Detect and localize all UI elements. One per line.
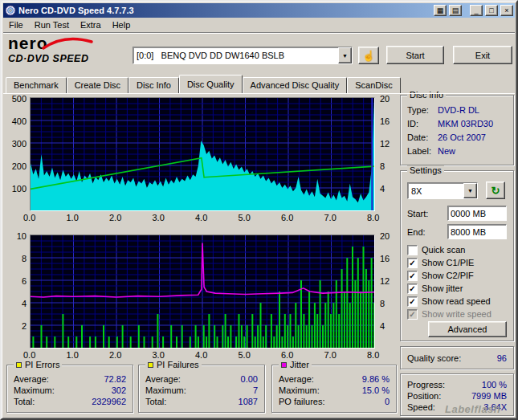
labelflash-watermark: Labelflash <box>445 403 500 415</box>
axis-label: 100 <box>12 184 27 194</box>
axis-label: 1.0 <box>67 213 79 222</box>
pie-plot-area <box>30 97 375 211</box>
disc-info-group: Disc info Type:DVD-R DL ID:MKM 03RD30 Da… <box>400 95 514 165</box>
checkbox-label: Show jitter <box>422 283 463 293</box>
titlebar-extra-button-2[interactable]: ▤ <box>449 5 462 16</box>
quality-score-value: 96 <box>497 353 507 363</box>
titlebar-extra-button-1[interactable]: ▦ <box>434 5 447 16</box>
scan-speed-value: 8X <box>408 186 463 196</box>
axis-label: 4 <box>380 321 385 331</box>
checkbox-label: Quick scan <box>422 245 465 255</box>
nero-product-text: CD·DVD SPEED <box>8 53 128 64</box>
axis-label: 7.0 <box>324 213 336 222</box>
checkbox-label: Show write speed <box>422 309 491 319</box>
pif-y-axis-left: 108642 <box>6 234 28 355</box>
disc-date-value: 26 Oct 2007 <box>438 133 486 142</box>
checkbox-box[interactable]: ✓ <box>407 258 418 268</box>
checkbox-quick-scan[interactable]: Quick scan <box>407 243 510 256</box>
disc-type-value: DVD-R DL <box>438 105 479 115</box>
close-button[interactable]: × <box>500 5 513 16</box>
disc-type-label: Type: <box>407 105 429 115</box>
speed-label: Speed: <box>407 402 435 412</box>
tab-create-disc[interactable]: Create Disc <box>67 77 128 93</box>
maximize-button[interactable]: □ <box>485 5 498 16</box>
stat-value: 9.86 % <box>362 374 390 384</box>
stat-value: 72.82 <box>104 374 126 384</box>
quality-score-label: Quality score: <box>407 353 461 363</box>
axis-label: 8.0 <box>367 213 379 222</box>
menu-file[interactable]: File <box>3 18 29 31</box>
checkbox-show-c1-pie[interactable]: ✓Show C1/PIE <box>407 256 510 269</box>
pi-failures-legend: PI Failures <box>145 360 202 370</box>
tab-scandisc[interactable]: ScanDisc <box>347 77 400 93</box>
tab-disc-quality[interactable]: Disc Quality <box>179 75 243 93</box>
pi-failures-stats-group: PI Failures Average:0.00 Maximum:7 Total… <box>138 365 265 413</box>
refresh-button[interactable]: ↻ <box>486 181 505 199</box>
exit-button[interactable]: Exit <box>453 46 512 64</box>
axis-label: 6 <box>22 276 27 286</box>
eject-hand-button[interactable]: ☝ <box>358 47 379 64</box>
axis-label: 6.0 <box>281 213 293 222</box>
checkbox-box[interactable]: ✓ <box>407 296 418 307</box>
nero-swoosh-icon <box>42 37 98 51</box>
pi-failures-swatch-icon <box>148 362 153 368</box>
tab-advanced-disc-quality[interactable]: Advanced Disc Quality <box>243 77 348 93</box>
axis-label: 12 <box>380 139 390 149</box>
disc-date-label: Date: <box>407 133 428 142</box>
title-bar[interactable]: Nero CD-DVD Speed 4.7.7.3 ▦ ▤ _ □ × <box>3 3 515 18</box>
menu-extra[interactable]: Extra <box>75 18 107 31</box>
jitter-stats-group: Jitter Average:9.86 % Maximum:15.0 % PO … <box>271 365 397 413</box>
drive-selector[interactable]: [0:0] BENQ DVD DD DW1640 BSLB ▼ <box>133 47 353 64</box>
stat-value: 7 <box>253 385 258 395</box>
pie-chart-canvas <box>31 98 374 210</box>
menu-run-test[interactable]: Run Test <box>29 18 75 31</box>
disc-id-value: MKM 03RD30 <box>438 119 493 128</box>
pi-errors-title: PI Errors <box>25 360 59 370</box>
tab-benchmark[interactable]: Benchmark <box>6 77 67 93</box>
axis-label: 5.0 <box>239 213 251 222</box>
checkbox-box[interactable]: ✓ <box>407 309 418 320</box>
checkbox-show-jitter[interactable]: ✓Show jitter <box>407 282 510 295</box>
axis-label: 20 <box>380 94 390 104</box>
axis-label: 6.0 <box>281 350 293 360</box>
pi-errors-swatch-icon <box>16 362 22 368</box>
settings-group: Settings 8X ▼ ↻ Start: End: Quick scan✓S… <box>400 170 514 341</box>
tab-disc-info[interactable]: Disc Info <box>128 77 179 93</box>
checkbox-show-read-speed[interactable]: ✓Show read speed <box>407 295 510 308</box>
disc-id-label: ID: <box>407 119 418 128</box>
stat-value: 0.00 <box>241 374 258 384</box>
advanced-button[interactable]: Advanced <box>428 321 507 337</box>
minimize-button[interactable]: _ <box>470 5 483 16</box>
end-position-input[interactable] <box>448 225 506 239</box>
refresh-icon: ↻ <box>491 185 500 197</box>
start-button[interactable]: Start <box>386 46 444 64</box>
checkbox-box[interactable]: ✓ <box>407 271 418 281</box>
stat-label: Total: <box>14 397 35 406</box>
axis-label: 0.0 <box>23 213 35 222</box>
position-value: 7999 MB <box>471 391 507 401</box>
stat-value: 1087 <box>239 397 258 406</box>
chevron-down-icon[interactable]: ▼ <box>463 183 477 198</box>
end-position-label: End: <box>407 227 426 237</box>
window-title: Nero CD-DVD Speed 4.7.7.3 <box>18 6 431 15</box>
checkbox-label: Show read speed <box>422 296 491 306</box>
checkbox-box[interactable]: ✓ <box>407 283 418 294</box>
start-position-input[interactable] <box>448 206 506 220</box>
checkbox-box[interactable] <box>407 245 418 255</box>
tab-strip: Benchmark Create Disc Disc Info Disc Qua… <box>6 75 401 93</box>
axis-label: 12 <box>380 276 390 286</box>
checkbox-show-write-speed[interactable]: ✓Show write speed <box>407 308 510 320</box>
scan-speed-select[interactable]: 8X ▼ <box>407 182 478 199</box>
axis-label: 300 <box>12 139 27 149</box>
jitter-title: Jitter <box>290 360 309 370</box>
axis-label: 500 <box>12 94 27 104</box>
menu-help[interactable]: Help <box>107 18 137 31</box>
disc-info-title: Disc info <box>407 90 446 100</box>
chevron-down-icon[interactable]: ▼ <box>338 47 352 63</box>
app-icon <box>5 5 16 16</box>
axis-label: 16 <box>380 116 390 126</box>
hand-icon: ☝ <box>362 50 375 62</box>
checkbox-show-c2-pif[interactable]: ✓Show C2/PIF <box>407 269 510 282</box>
axis-label: 4 <box>22 299 27 308</box>
axis-label: 200 <box>12 161 27 171</box>
